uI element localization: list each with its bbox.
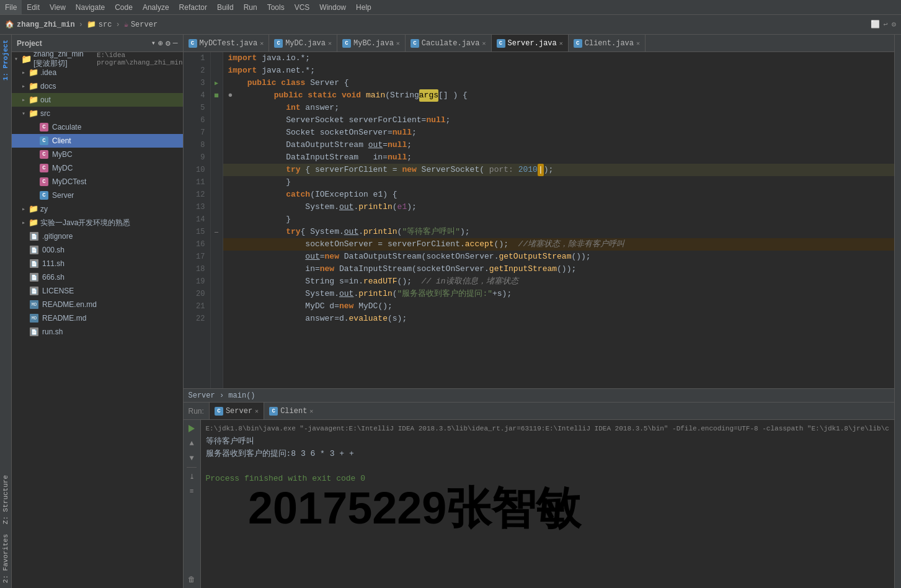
license-icon: 📄 — [30, 287, 38, 295]
tab-caculate[interactable]: C Caculate.java ✕ — [406, 35, 492, 51]
server-run-close[interactable]: ✕ — [255, 408, 259, 415]
run-output-line-3 — [206, 460, 889, 472]
tree-item-mybc[interactable]: C MyBC — [12, 148, 183, 161]
tab-mydc[interactable]: C MyDC.java ✕ — [269, 35, 337, 51]
toolbar-forward-icon[interactable]: ⚙ — [892, 20, 896, 29]
run-clear-button[interactable]: 🗑 — [185, 573, 198, 586]
project-dropdown-icon[interactable]: ▾ — [151, 38, 156, 48]
tab-server[interactable]: C Server.java ✕ — [492, 35, 569, 51]
menu-run[interactable]: Run — [239, 0, 262, 14]
menu-analyze[interactable]: Analyze — [138, 0, 174, 14]
src-folder-icon: 📁 — [87, 20, 96, 29]
menu-view[interactable]: View — [45, 0, 71, 14]
run-tab-server[interactable]: C Server ✕ — [209, 403, 264, 419]
tree-item-666sh[interactable]: 📄 666.sh — [12, 270, 183, 284]
menu-file[interactable]: File — [0, 0, 22, 14]
client-run-close[interactable]: ✕ — [309, 408, 313, 415]
idea-folder-icon: 📁 — [29, 68, 38, 78]
tree-item-111sh[interactable]: 📄 111.sh — [12, 257, 183, 270]
tab-mybc[interactable]: C MyBC.java ✕ — [337, 35, 406, 51]
code-line-13: System.out.println(e1); — [223, 201, 894, 213]
tree-item-license[interactable]: 📄 LICENSE — [12, 284, 183, 298]
tab-client[interactable]: C Client.java ✕ — [569, 35, 646, 51]
mybc-java-icon: C — [40, 150, 48, 159]
tree-root[interactable]: 📁 zhang_zhi_min [斐波那切] E:\idea program\z… — [12, 52, 183, 66]
menu-refactor[interactable]: Refactor — [174, 0, 212, 14]
tree-item-out[interactable]: 📁 out — [12, 93, 183, 107]
src-arrow — [22, 110, 25, 117]
tree-item-mydctest[interactable]: C MyDCTest — [12, 175, 183, 189]
tree-item-shiyan[interactable]: 📁 实验一Java开发环境的熟悉 — [12, 216, 183, 229]
readme-icon: MD — [30, 314, 38, 323]
menu-build[interactable]: Build — [212, 0, 239, 14]
menu-tools[interactable]: Tools — [262, 0, 290, 14]
tree-item-readme[interactable]: MD README.md — [12, 311, 183, 325]
gutter-4[interactable]: ⏹ — [211, 89, 223, 102]
editor-tabs: C MyDCTest.java ✕ C MyDC.java ✕ C MyBC.j… — [184, 35, 894, 52]
tree-item-idea[interactable]: 📁 .idea — [12, 66, 183, 79]
server-tab-icon: C — [497, 39, 505, 48]
ln-6: 6 — [186, 114, 205, 127]
toolbar-restore-icon[interactable]: ⬜ — [871, 20, 880, 29]
tree-item-000sh[interactable]: 📄 000.sh — [12, 243, 183, 257]
src-folder-icon: 📁 — [29, 109, 38, 118]
ln-15: 15 — [186, 226, 205, 238]
collapse-icon[interactable]: — — [173, 38, 178, 48]
shiyan-label: 实验一Java开发环境的熟悉 — [40, 218, 130, 228]
side-tab-favorites[interactable]: 2: Favorites — [0, 529, 11, 588]
mybc-tab-close[interactable]: ✕ — [396, 40, 400, 47]
toolbar-server: Server — [131, 20, 158, 29]
tree-item-zy[interactable]: 📁 zy — [12, 202, 183, 216]
tree-item-mydc[interactable]: C MyDC — [12, 161, 183, 175]
run-up-button[interactable]: ▲ — [185, 437, 198, 450]
settings-icon[interactable]: ⚙ — [166, 38, 171, 48]
breadcrumb-server[interactable]: Server › main() — [189, 391, 255, 400]
docs-arrow — [22, 82, 25, 90]
menu-vcs[interactable]: VCS — [290, 0, 315, 14]
tree-item-client[interactable]: C Client — [12, 134, 183, 148]
gutter-10 — [211, 164, 223, 176]
menu-window[interactable]: Window — [314, 0, 351, 14]
run-play-button[interactable] — [185, 422, 198, 435]
mydctest-tab-close[interactable]: ✕ — [260, 40, 264, 47]
menu-edit[interactable]: Edit — [22, 0, 45, 14]
gutter-6 — [211, 114, 223, 127]
code-line-10: try { serverForClient = new ServerSocket… — [223, 164, 894, 176]
side-tab-structure[interactable]: Z: Structure — [0, 470, 11, 529]
tree-item-src[interactable]: 📁 src — [12, 107, 183, 120]
menu-code[interactable]: Code — [110, 0, 138, 14]
gutter-3[interactable]: ▶ — [211, 77, 223, 89]
run-scroll-button[interactable]: ⤓ — [185, 470, 198, 483]
code-content[interactable]: import java.io.*; import java.net.*; pub… — [223, 52, 894, 388]
menu-help[interactable]: Help — [351, 0, 376, 14]
menu-navigate[interactable]: Navigate — [71, 0, 110, 14]
tree-item-gitignore[interactable]: 📄 .gitignore — [12, 229, 183, 243]
mydc-tab-close[interactable]: ✕ — [328, 40, 332, 47]
toolbar: 🏠 zhang_zhi_min › 📁 src › ☕ Server ⬜ ↩ ⚙ — [0, 15, 901, 35]
run-panel: Run: C Server ✕ C Client ✕ — [184, 402, 894, 588]
runsh-icon: 📄 — [30, 327, 38, 336]
locate-icon[interactable]: ⊕ — [158, 38, 163, 48]
server-tab-close[interactable]: ✕ — [559, 40, 563, 47]
client-run-label: Client — [280, 407, 307, 416]
side-tab-project[interactable]: 1: Project — [0, 35, 11, 86]
mydc-label: MyDC — [52, 164, 73, 172]
client-tab-close[interactable]: ✕ — [636, 40, 640, 47]
tree-item-caculate[interactable]: C Caculate — [12, 120, 183, 134]
tree-item-docs[interactable]: 📁 docs — [12, 79, 183, 93]
code-editor[interactable]: 1 2 3 4 5 6 7 8 9 10 11 12 13 14 15 16 1… — [184, 52, 894, 388]
zy-arrow — [22, 205, 25, 213]
run-tab-client[interactable]: C Client ✕ — [264, 403, 318, 419]
tab-mydctest[interactable]: C MyDCTest.java ✕ — [184, 35, 270, 51]
toolbar-back-icon[interactable]: ↩ — [884, 20, 888, 29]
gutter-15[interactable]: — — [211, 226, 223, 238]
ln-7: 7 — [186, 127, 205, 139]
code-line-1: import java.io.*; — [223, 52, 894, 65]
right-side-panel — [894, 35, 901, 588]
run-down-button[interactable]: ▼ — [185, 452, 198, 465]
tree-item-server[interactable]: C Server — [12, 189, 183, 202]
run-settings-button[interactable]: ≡ — [185, 485, 198, 497]
tree-item-readmeen[interactable]: MD README.en.md — [12, 298, 183, 311]
tree-item-runsh[interactable]: 📄 run.sh — [12, 325, 183, 339]
caculate-tab-close[interactable]: ✕ — [482, 40, 486, 47]
